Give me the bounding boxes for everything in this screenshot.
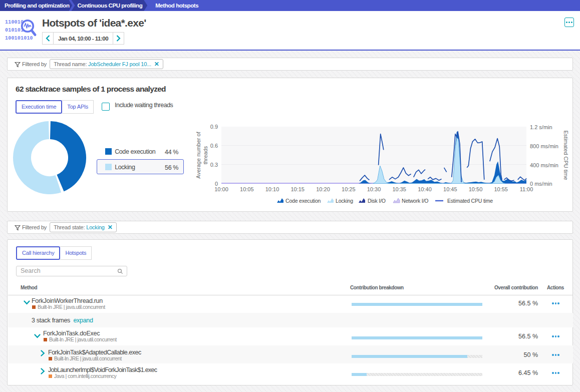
svg-text:10:40: 10:40 [418,186,432,192]
svg-text:Network I/O: Network I/O [402,198,428,204]
svg-text:threads: threads [202,146,208,164]
svg-text:10:30: 10:30 [367,186,381,192]
svg-text:10:10: 10:10 [265,186,279,192]
svg-text:10:55: 10:55 [494,186,508,192]
svg-text:100101010: 100101010 [5,36,33,41]
svg-text:11:00: 11:00 [520,186,533,192]
svg-text:0.9: 0.9 [210,124,218,130]
svg-text:1.2 s/min: 1.2 s/min [530,124,552,130]
svg-text:Code execution: Code execution [285,198,321,204]
svg-text:Average number of: Average number of [196,131,201,178]
svg-text:Estimated CPU time: Estimated CPU time [563,130,569,180]
svg-text:10:15: 10:15 [291,186,305,192]
svg-text:400 ms/min: 400 ms/min [530,162,558,168]
svg-text:Locking: Locking [336,198,353,204]
svg-text:110010: 110010 [5,20,24,25]
svg-text:0 ms/min: 0 ms/min [530,181,552,187]
svg-text:800 ms/min: 800 ms/min [530,143,558,149]
svg-text:Disk I/O: Disk I/O [368,198,386,204]
svg-text:10:00: 10:00 [214,186,228,192]
svg-text:10:20: 10:20 [316,186,330,192]
svg-text:10:50: 10:50 [469,186,483,192]
svg-text:10:05: 10:05 [240,186,254,192]
svg-text:0.6: 0.6 [210,143,218,149]
svg-text:10:25: 10:25 [342,186,356,192]
svg-text:10:35: 10:35 [392,186,406,192]
svg-text:010101: 010101 [5,28,24,33]
svg-text:Estimated CPU time: Estimated CPU time [447,198,493,204]
svg-text:10:45: 10:45 [443,186,457,192]
svg-text:0.3: 0.3 [210,162,218,168]
